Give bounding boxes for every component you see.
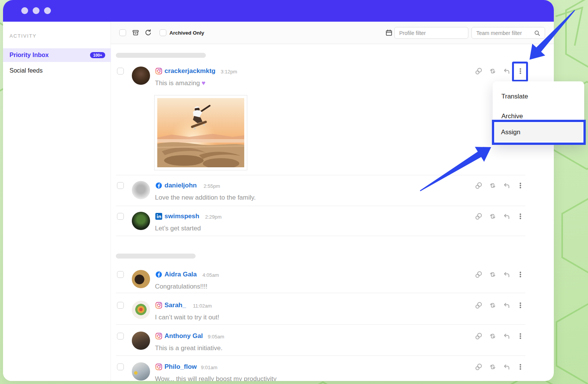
username-link[interactable]: swimspesh: [164, 213, 199, 220]
reply-icon[interactable]: [503, 301, 510, 309]
row-divider: [116, 175, 525, 175]
link-icon[interactable]: [475, 301, 482, 309]
row-checkbox[interactable]: [117, 302, 124, 309]
app-window: ACTIVITY Priority Inbox 100+ Social feed…: [3, 0, 554, 381]
inbox-toolbar: Archived Only: [111, 22, 554, 44]
instagram-icon: [155, 68, 162, 75]
username-link[interactable]: Aidra Gala: [164, 271, 197, 278]
window-control-dot: [44, 7, 51, 14]
bulk-archive-icon[interactable]: [132, 29, 139, 36]
instagram-icon: [155, 302, 162, 309]
message-text: Congratulations!!!!: [155, 283, 207, 290]
message-row: Anthony Gal 9:05am This is a great initi…: [3, 327, 554, 360]
reply-icon[interactable]: [503, 182, 510, 189]
message-row: Sarah_ 11:02am I can’t wait to try it ou…: [3, 297, 554, 329]
timestamp: 4:05am: [202, 272, 219, 278]
retweet-icon[interactable]: [489, 271, 496, 278]
row-checkbox[interactable]: [117, 182, 124, 189]
instagram-icon: [155, 333, 162, 340]
facebook-icon: [155, 182, 162, 189]
timestamp: 2:29pm: [205, 214, 221, 220]
username-link[interactable]: danieljohn: [164, 182, 197, 189]
avatar: [132, 362, 150, 381]
facebook-icon: [155, 271, 162, 278]
date-skeleton: [116, 254, 196, 259]
calendar-icon[interactable]: [385, 29, 393, 36]
skateboarder-photo: [157, 98, 244, 167]
message-row: danieljohn 2:55pm Love the new addition …: [3, 177, 554, 209]
username-link[interactable]: Philo_flow: [164, 363, 197, 371]
username-link[interactable]: Anthony Gal: [164, 332, 203, 340]
timestamp: 9:01am: [201, 365, 217, 370]
username-link[interactable]: Sarah_: [164, 301, 186, 309]
username-link[interactable]: crackerjackmktg: [164, 67, 215, 75]
linkedin-icon: [155, 213, 162, 220]
link-icon[interactable]: [475, 182, 482, 189]
message-text: Wow... this will really boost my product…: [155, 375, 277, 381]
message-row: Philo_flow 9:01am Wow... this will reall…: [3, 358, 554, 381]
message-text: Let’s get started: [155, 225, 201, 232]
assign-label: Assign: [501, 129, 520, 136]
message-text: This is a great initiative.: [155, 344, 223, 352]
retweet-icon[interactable]: [489, 363, 496, 371]
avatar: [132, 270, 150, 288]
window-control-dot: [33, 7, 40, 14]
reply-icon[interactable]: [503, 332, 510, 340]
menu-item-archive[interactable]: Archive: [493, 113, 584, 120]
reply-icon[interactable]: [503, 363, 510, 371]
refresh-icon[interactable]: [144, 29, 152, 36]
avatar: [132, 332, 150, 350]
more-options-button[interactable]: [517, 271, 524, 278]
priority-inbox-label: Priority Inbox: [9, 52, 49, 59]
avatar: [132, 301, 150, 319]
reply-icon[interactable]: [503, 67, 510, 75]
purple-heart-emoji: ♥: [202, 79, 205, 87]
retweet-icon[interactable]: [489, 213, 496, 220]
retweet-icon[interactable]: [489, 332, 496, 340]
message-text: Love the new addition to the family.: [155, 194, 256, 202]
retweet-icon[interactable]: [489, 301, 496, 309]
link-icon[interactable]: [475, 213, 482, 220]
more-options-button[interactable]: [517, 363, 524, 371]
window-control-dot: [21, 7, 28, 14]
more-options-button[interactable]: [517, 213, 524, 220]
menu-item-assign[interactable]: Assign: [492, 120, 586, 145]
profile-filter-input[interactable]: [394, 27, 468, 39]
more-options-button[interactable]: [517, 332, 524, 340]
timestamp: 9:05am: [208, 334, 224, 340]
link-icon[interactable]: [475, 271, 482, 278]
row-checkbox[interactable]: [117, 68, 124, 75]
row-checkbox[interactable]: [117, 213, 124, 220]
archived-only-label: Archived Only: [169, 30, 204, 36]
select-all-checkbox[interactable]: [119, 29, 126, 36]
avatar: [132, 212, 150, 230]
team-member-filter-input[interactable]: [471, 27, 545, 39]
timestamp: 2:55pm: [204, 183, 220, 189]
sidebar-item-priority-inbox[interactable]: Priority Inbox 100+: [3, 48, 111, 62]
retweet-icon[interactable]: [489, 182, 496, 189]
message-text: This is amazing: [155, 79, 200, 87]
menu-item-translate[interactable]: Translate: [493, 93, 584, 100]
kebab-highlight-box: [512, 62, 528, 82]
reply-icon[interactable]: [503, 271, 510, 278]
row-checkbox[interactable]: [117, 363, 124, 370]
attachment-image[interactable]: [154, 95, 247, 170]
retweet-icon[interactable]: [489, 67, 496, 75]
instagram-icon: [155, 363, 162, 370]
timestamp: 3:12pm: [221, 69, 237, 75]
link-icon[interactable]: [475, 332, 482, 340]
priority-inbox-badge: 100+: [90, 52, 105, 58]
link-icon[interactable]: [475, 67, 482, 75]
reply-icon[interactable]: [503, 213, 510, 220]
window-titlebar: [3, 0, 554, 22]
more-options-button[interactable]: [517, 301, 524, 309]
row-checkbox[interactable]: [117, 333, 124, 340]
link-icon[interactable]: [475, 363, 482, 371]
more-options-button[interactable]: [517, 182, 524, 189]
row-checkbox[interactable]: [117, 271, 124, 278]
message-row: Aidra Gala 4:05am Congratulations!!!!: [3, 266, 554, 298]
avatar: [132, 67, 150, 85]
archived-only-checkbox[interactable]: [160, 29, 166, 36]
message-row: crackerjackmktg 3:12pm This is amazing ♥: [3, 62, 554, 175]
avatar: [132, 181, 150, 199]
